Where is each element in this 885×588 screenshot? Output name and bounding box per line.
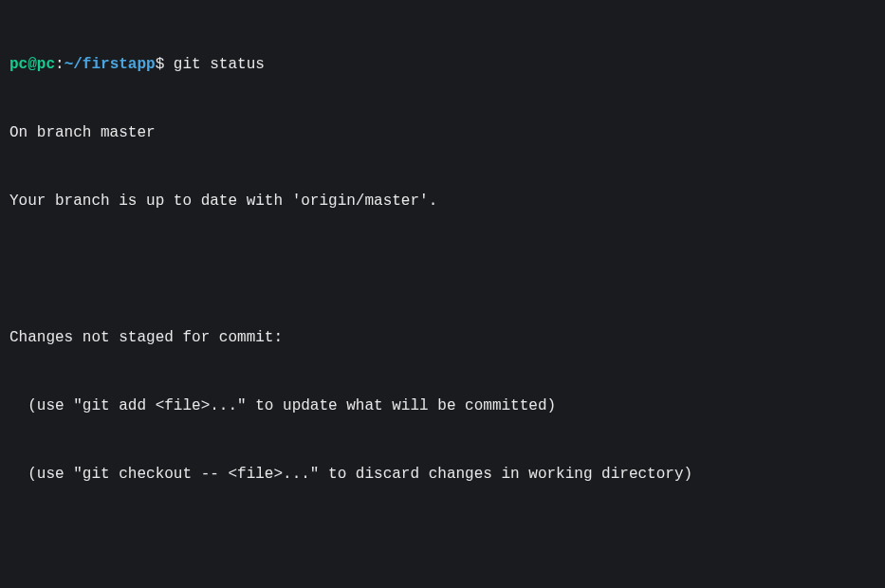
prompt-colon: :	[55, 56, 65, 73]
output-hint-add: (use "git add <file>..." to update what …	[9, 395, 876, 417]
output-hint-checkout: (use "git checkout -- <file>..." to disc…	[9, 463, 876, 486]
command-line: pc@pc:~/firstapp$ git status	[9, 53, 876, 76]
prompt-symbol: $	[156, 56, 165, 73]
output-branch: On branch master	[9, 121, 876, 144]
output-not-staged-header: Changes not staged for commit:	[9, 326, 876, 349]
prompt-path: ~/firstapp	[65, 56, 156, 73]
terminal-window[interactable]: pc@pc:~/firstapp$ git status On branch m…	[9, 8, 876, 588]
command-text: git status	[174, 56, 265, 73]
output-blank	[9, 258, 876, 281]
output-uptodate: Your branch is up to date with 'origin/m…	[9, 190, 876, 212]
output-blank	[9, 531, 876, 554]
command-text	[164, 56, 174, 73]
prompt-user-host: pc@pc	[9, 56, 55, 73]
